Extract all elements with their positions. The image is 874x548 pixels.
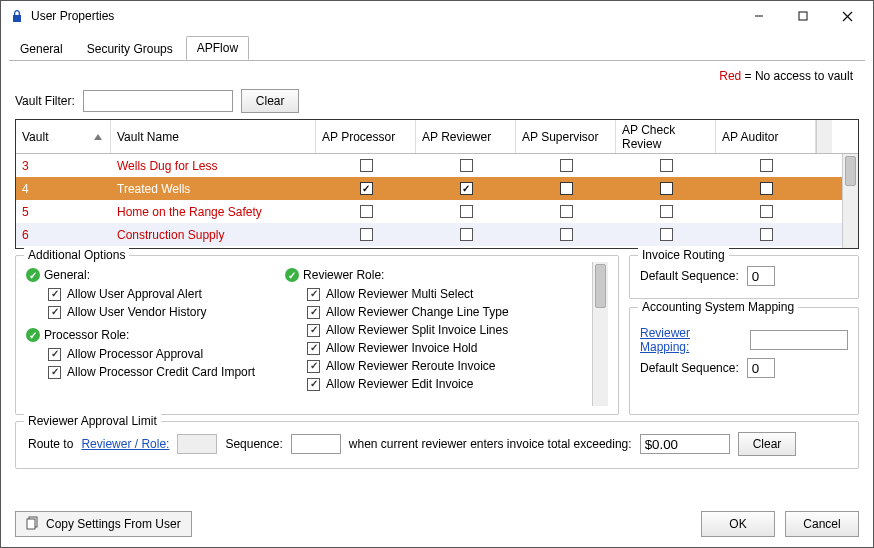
cell-check[interactable] <box>616 205 716 218</box>
routing-seq-input[interactable] <box>747 266 775 286</box>
checkbox-icon[interactable] <box>460 159 473 172</box>
cell-check[interactable] <box>716 182 816 195</box>
col-vault-name[interactable]: Vault Name <box>111 120 316 153</box>
opt-rev-reroute[interactable]: Allow Reviewer Reroute Invoice <box>307 358 509 374</box>
cell-check[interactable] <box>416 159 516 172</box>
grid-scrollbar[interactable] <box>842 154 858 248</box>
additional-options-legend: Additional Options <box>24 248 129 262</box>
clear-filter-button[interactable]: Clear <box>241 89 300 113</box>
checkbox-icon[interactable] <box>360 228 373 241</box>
reviewer-mapping-input[interactable] <box>750 330 848 350</box>
cell-check[interactable] <box>316 228 416 241</box>
checkbox-icon[interactable] <box>760 228 773 241</box>
checkbox-icon[interactable] <box>760 205 773 218</box>
checkbox-icon[interactable] <box>48 288 61 301</box>
minimize-button[interactable] <box>737 2 781 30</box>
cancel-button[interactable]: Cancel <box>785 511 859 537</box>
invoice-routing-panel: Invoice Routing Default Sequence: <box>629 255 859 299</box>
cell-check[interactable] <box>716 205 816 218</box>
maximize-button[interactable] <box>781 2 825 30</box>
checkbox-icon[interactable] <box>360 182 373 195</box>
table-row[interactable]: 4Treated Wells <box>16 177 842 200</box>
checkbox-icon[interactable] <box>48 348 61 361</box>
opt-rev-invoice-hold[interactable]: Allow Reviewer Invoice Hold <box>307 340 509 356</box>
opt-processor-cc-import[interactable]: Allow Processor Credit Card Import <box>48 364 255 380</box>
col-ap-check-review[interactable]: AP Check Review <box>616 120 716 153</box>
checkbox-icon[interactable] <box>48 306 61 319</box>
cell-check[interactable] <box>316 159 416 172</box>
right-panels: Invoice Routing Default Sequence: Accoun… <box>629 255 859 415</box>
checkbox-icon[interactable] <box>360 205 373 218</box>
cell-check[interactable] <box>516 182 616 195</box>
checkbox-icon[interactable] <box>660 228 673 241</box>
checkbox-icon[interactable] <box>660 182 673 195</box>
cell-check[interactable] <box>516 159 616 172</box>
opt-user-approval-alert[interactable]: Allow User Approval Alert <box>48 286 255 302</box>
checkbox-icon[interactable] <box>307 306 320 319</box>
cell-check[interactable] <box>616 228 716 241</box>
cell-check[interactable] <box>416 182 516 195</box>
cell-check[interactable] <box>416 205 516 218</box>
amount-input[interactable] <box>640 434 730 454</box>
checkbox-icon[interactable] <box>760 182 773 195</box>
table-row[interactable]: 5Home on the Range Safety <box>16 200 842 223</box>
table-row[interactable]: 6Construction Supply <box>16 223 842 246</box>
checkbox-icon[interactable] <box>48 366 61 379</box>
cell-check[interactable] <box>716 228 816 241</box>
checkbox-icon[interactable] <box>460 228 473 241</box>
checkbox-icon[interactable] <box>460 182 473 195</box>
col-ap-supervisor[interactable]: AP Supervisor <box>516 120 616 153</box>
tab-general[interactable]: General <box>9 37 74 60</box>
vault-filter-input[interactable] <box>83 90 233 112</box>
reviewer-role-link[interactable]: Reviewer / Role: <box>81 437 169 451</box>
titlebar: User Properties <box>1 1 873 31</box>
col-ap-processor[interactable]: AP Processor <box>316 120 416 153</box>
checkbox-icon[interactable] <box>460 205 473 218</box>
opt-rev-split-lines[interactable]: Allow Reviewer Split Invoice Lines <box>307 322 509 338</box>
sequence-input[interactable] <box>291 434 341 454</box>
opt-rev-multi-select[interactable]: Allow Reviewer Multi Select <box>307 286 509 302</box>
cell-check[interactable] <box>316 205 416 218</box>
scroll-thumb[interactable] <box>595 264 606 308</box>
cell-check[interactable] <box>516 228 616 241</box>
opt-rev-edit-invoice[interactable]: Allow Reviewer Edit Invoice <box>307 376 509 392</box>
reviewer-role-field[interactable] <box>177 434 217 454</box>
opt-user-vendor-history[interactable]: Allow User Vendor History <box>48 304 255 320</box>
cell-check[interactable] <box>616 182 716 195</box>
tab-apflow[interactable]: APFlow <box>186 36 249 60</box>
checkbox-icon[interactable] <box>560 182 573 195</box>
tab-security-groups[interactable]: Security Groups <box>76 37 184 60</box>
checkbox-icon[interactable] <box>560 228 573 241</box>
clear-limit-button[interactable]: Clear <box>738 432 797 456</box>
cell-check[interactable] <box>316 182 416 195</box>
col-ap-auditor[interactable]: AP Auditor <box>716 120 816 153</box>
col-vault[interactable]: Vault <box>16 120 111 153</box>
checkbox-icon[interactable] <box>307 360 320 373</box>
col-ap-reviewer[interactable]: AP Reviewer <box>416 120 516 153</box>
ok-button[interactable]: OK <box>701 511 775 537</box>
checkbox-icon[interactable] <box>307 378 320 391</box>
scroll-thumb[interactable] <box>845 156 856 186</box>
checkbox-icon[interactable] <box>660 159 673 172</box>
cell-check[interactable] <box>516 205 616 218</box>
close-button[interactable] <box>825 2 869 30</box>
options-columns: ✓General: Allow User Approval Alert Allo… <box>26 262 588 406</box>
checkbox-icon[interactable] <box>760 159 773 172</box>
checkbox-icon[interactable] <box>307 342 320 355</box>
cell-check[interactable] <box>616 159 716 172</box>
opt-rev-change-line-type[interactable]: Allow Reviewer Change Line Type <box>307 304 509 320</box>
checkbox-icon[interactable] <box>307 324 320 337</box>
checkbox-icon[interactable] <box>560 205 573 218</box>
reviewer-mapping-link[interactable]: Reviewer Mapping: <box>640 326 742 354</box>
checkbox-icon[interactable] <box>560 159 573 172</box>
checkbox-icon[interactable] <box>360 159 373 172</box>
options-scrollbar[interactable] <box>592 262 608 406</box>
mapping-seq-input[interactable] <box>747 358 775 378</box>
cell-check[interactable] <box>716 159 816 172</box>
checkbox-icon[interactable] <box>307 288 320 301</box>
copy-settings-button[interactable]: Copy Settings From User <box>15 511 192 537</box>
checkbox-icon[interactable] <box>660 205 673 218</box>
cell-check[interactable] <box>416 228 516 241</box>
table-row[interactable]: 3Wells Dug for Less <box>16 154 842 177</box>
opt-processor-approval[interactable]: Allow Processor Approval <box>48 346 255 362</box>
